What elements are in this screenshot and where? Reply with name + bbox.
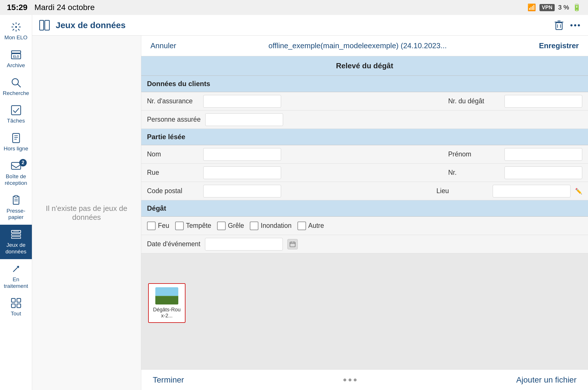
input-lieu[interactable] <box>493 185 570 197</box>
svg-line-5 <box>13 24 14 25</box>
sidebar-item-label-hors-ligne: Hors ligne <box>4 145 28 152</box>
empty-message: Il n'existe pas de jeux de données <box>32 198 141 228</box>
label-prenom: Prénom <box>448 150 500 158</box>
vpn-badge: VPN <box>539 4 555 11</box>
file-item-name: Dégâts-Roux-2... <box>152 307 181 319</box>
status-time: 15:29 <box>7 3 28 12</box>
sidebar: Mon ELO ELO Archive Recherche <box>0 15 32 390</box>
svg-point-12 <box>12 79 18 85</box>
ajouter-fichier-button[interactable]: Ajouter un fichier <box>516 375 577 385</box>
svg-rect-21 <box>15 195 18 197</box>
input-nr-degat[interactable] <box>504 95 582 108</box>
sidebar-item-archive[interactable]: ELO Archive <box>0 45 32 73</box>
sidebar-item-tout[interactable]: Tout <box>0 293 32 321</box>
en-traitement-icon <box>10 263 22 275</box>
svg-rect-35 <box>45 20 49 30</box>
checkbox-feu[interactable]: Feu <box>147 222 169 230</box>
presse-papier-icon <box>10 195 22 206</box>
form-content: Relevé du dégât Données du clients Nr. d… <box>141 56 588 369</box>
form-row-assurance-degat: Nr. d'assurance Nr. du dégât <box>141 92 588 110</box>
svg-rect-24 <box>11 230 21 233</box>
form-header-bar: Annuler offline_exemple(main_modeleexemp… <box>141 36 588 56</box>
checkbox-autre[interactable]: Autre <box>297 222 324 230</box>
form-main-title: Relevé du dégât <box>141 56 588 76</box>
input-prenom[interactable] <box>504 148 582 161</box>
bottom-bar: Terminer Ajouter un fichier <box>141 369 588 390</box>
input-nr[interactable] <box>504 166 582 179</box>
jeux-donnees-icon <box>10 229 22 240</box>
nav-dot-2 <box>349 379 351 381</box>
sidebar-item-label-archive: Archive <box>7 62 25 69</box>
battery-level: 3 % <box>558 4 569 11</box>
svg-rect-15 <box>13 133 20 143</box>
delete-button[interactable] <box>554 20 564 31</box>
taches-icon <box>10 104 22 116</box>
checkbox-tempete[interactable]: Tempête <box>175 222 211 230</box>
tout-icon <box>10 297 22 309</box>
sidebar-item-hors-ligne[interactable]: Hors ligne <box>0 128 32 156</box>
checkbox-box-autre[interactable] <box>297 222 306 230</box>
enregistrer-button[interactable]: Enregistrer <box>539 41 579 50</box>
top-toolbar: Jeux de données ••• <box>32 15 588 36</box>
section-partie-lesee: Partie lésée <box>141 129 588 145</box>
form-row-personne-assuree: Personne assurée <box>141 110 588 129</box>
form-row-date: Date d'événement <box>141 235 588 253</box>
mon-elo-icon <box>10 21 22 33</box>
label-date-evenement: Date d'événement <box>147 240 200 248</box>
svg-line-13 <box>18 84 21 87</box>
svg-point-0 <box>15 26 17 28</box>
status-date: Mardi 24 octobre <box>34 3 95 12</box>
status-bar: 15:29 Mardi 24 octobre 📶 VPN 3 % 🔋 <box>0 0 588 15</box>
sidebar-item-jeux-donnees[interactable]: Jeux de données <box>0 225 32 259</box>
terminer-button[interactable]: Terminer <box>153 375 184 385</box>
label-autre: Autre <box>308 222 324 230</box>
sidebar-item-presse-papier[interactable]: Presse-papier <box>0 191 32 225</box>
input-rue[interactable] <box>203 166 281 179</box>
input-personne-assuree[interactable] <box>205 113 283 126</box>
label-inondation: Inondation <box>261 222 291 230</box>
sidebar-item-en-traitement[interactable]: En traitement <box>0 259 32 294</box>
boite-reception-badge: 2 <box>19 159 27 166</box>
checkbox-grele[interactable]: Grêle <box>217 222 244 230</box>
svg-rect-20 <box>13 196 19 204</box>
form-row-cp-lieu: Code postal Lieu ✏️ <box>141 182 588 200</box>
checkbox-box-feu[interactable] <box>147 222 156 230</box>
sidebar-item-recherche[interactable]: Recherche <box>0 73 32 101</box>
input-nom[interactable] <box>203 148 281 161</box>
checkbox-inondation[interactable]: Inondation <box>250 222 291 230</box>
sidebar-item-mon-elo[interactable]: Mon ELO <box>0 17 32 45</box>
center-dots <box>343 379 357 381</box>
label-nr-degat: Nr. du dégât <box>448 97 500 105</box>
sidebar-item-label-jeux-donnees: Jeux de données <box>1 242 31 255</box>
calendar-icon[interactable] <box>287 239 298 249</box>
svg-rect-14 <box>11 106 21 115</box>
toolbar-title: Jeux de données <box>56 20 548 30</box>
svg-rect-25 <box>11 234 21 236</box>
svg-rect-31 <box>17 298 21 302</box>
input-nr-assurance[interactable] <box>203 95 281 108</box>
input-code-postal[interactable] <box>203 185 281 197</box>
checkbox-box-inondation[interactable] <box>250 222 258 230</box>
label-nr: Nr. <box>448 169 500 176</box>
layout-toggle-button[interactable] <box>39 20 50 31</box>
sidebar-item-label-taches: Tâches <box>7 118 25 124</box>
battery-icon: 🔋 <box>572 3 581 11</box>
svg-rect-32 <box>11 304 15 308</box>
sidebar-item-taches[interactable]: Tâches <box>0 100 32 128</box>
form-row-nom-prenom: Nom Prénom <box>141 145 588 164</box>
checkbox-box-grele[interactable] <box>217 222 226 230</box>
label-feu: Feu <box>158 222 169 230</box>
sidebar-item-boite-reception[interactable]: 2 Boîte de réception <box>0 156 32 191</box>
nav-dot-3 <box>354 379 357 381</box>
more-options-button[interactable]: ••• <box>570 21 581 30</box>
file-item-degats-roux[interactable]: Dégâts-Roux-2... <box>148 283 185 323</box>
input-date-evenement[interactable] <box>205 238 283 251</box>
archive-icon: ELO <box>10 49 22 61</box>
annuler-button[interactable]: Annuler <box>150 41 176 50</box>
checkbox-box-tempete[interactable] <box>175 222 184 230</box>
label-personne-assuree: Personne assurée <box>147 116 201 123</box>
svg-line-7 <box>18 24 20 25</box>
sidebar-item-label-boite-reception: Boîte de réception <box>1 173 31 187</box>
form-header-title: offline_exemple(main_modeleexemple) (24.… <box>176 41 539 50</box>
edit-lieu-icon[interactable]: ✏️ <box>575 188 582 195</box>
